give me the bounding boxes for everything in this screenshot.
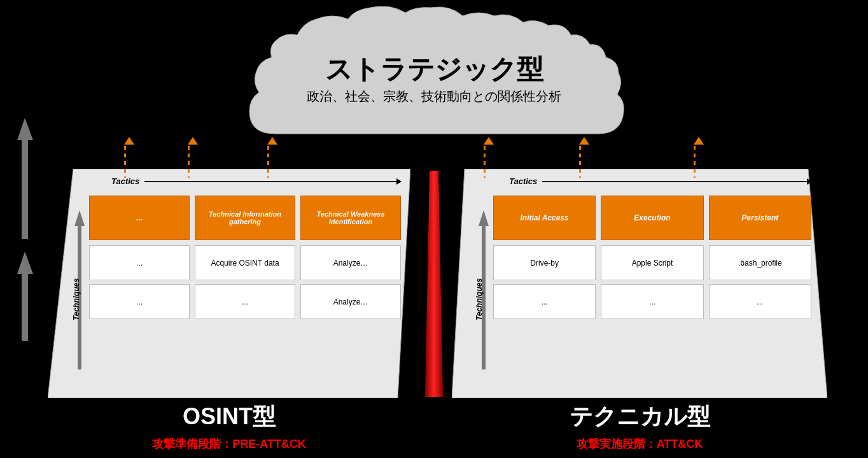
right-header-row: Initial Access Execution Persistent: [493, 196, 811, 240]
left-tactics-row: Tactics: [111, 176, 398, 186]
cloud-text: ストラテジック型 政治、社会、宗教、技術動向との関係性分析: [307, 54, 561, 105]
left-type-label: OSINT型: [48, 401, 410, 433]
right-tactics-arrowhead: [807, 178, 812, 185]
right-type-label: テクニカル型: [452, 401, 827, 433]
right-panel-title: テクニカル型: [452, 401, 827, 433]
left-grid: ... Technical Information gathering Tech…: [89, 196, 401, 389]
cloud-subtitle: 政治、社会、宗教、技術動向との関係性分析: [307, 89, 561, 106]
left-header-row: ... Technical Information gathering Tech…: [89, 196, 401, 240]
left-data-row-0: ... Acquire OSINT data Analyze…: [89, 245, 401, 280]
left-header-0: ...: [89, 196, 190, 240]
right-header-0: Initial Access: [493, 196, 596, 240]
right-data-row-0: Drive-by Apple Script .bash_profile: [493, 245, 811, 280]
svg-marker-1: [17, 252, 33, 341]
right-tactics-arrow: [542, 181, 808, 182]
right-cell-0-2: .bash_profile: [709, 245, 811, 280]
right-data-row-1: ... ... ...: [493, 284, 811, 319]
left-panel-subtitle: 攻撃準備段階：PRE-ATT&CK: [48, 436, 410, 452]
dashed-arrow-2: [188, 137, 198, 178]
left-tactics-arrow: [144, 181, 398, 182]
right-cell-1-1: ...: [601, 284, 703, 319]
right-tactics-label: Tactics: [509, 176, 537, 186]
right-grid: Initial Access Execution Persistent Driv…: [493, 196, 811, 389]
right-tactics-row: Tactics: [509, 176, 808, 186]
left-tactics-arrowhead: [396, 178, 402, 185]
left-cell-0-1: Acquire OSINT data: [195, 245, 295, 280]
right-cell-0-1: Apple Script: [601, 245, 703, 280]
dashed-arrow-6: [694, 137, 704, 178]
cloud-title: ストラテジック型: [307, 54, 561, 85]
left-data-row-1: ... ... Analyze…: [89, 284, 401, 319]
red-divider: [425, 171, 443, 397]
right-cell-1-2: ...: [709, 284, 811, 319]
left-subtitle: 攻撃準備段階：PRE-ATT&CK: [48, 436, 410, 452]
left-panel: Tactics Techniques ... Technical Informa…: [48, 169, 410, 398]
left-techniques-label: Techniques: [72, 278, 81, 320]
svg-marker-0: [17, 118, 33, 239]
left-cell-0-2: Analyze…: [300, 245, 401, 280]
right-header-2: Persistent: [709, 196, 811, 240]
cloud-container: ストラテジック型 政治、社会、宗教、技術動向との関係性分析: [211, 6, 657, 153]
main-container: ストラテジック型 政治、社会、宗教、技術動向との関係性分析: [0, 0, 868, 458]
dashed-arrow-1: [124, 137, 134, 178]
left-cell-1-0: ...: [89, 284, 190, 319]
right-panel-subtitle: 攻撃実施段階：ATT&CK: [452, 436, 827, 452]
right-techniques-label: Techniques: [475, 278, 484, 320]
right-header-1: Execution: [601, 196, 703, 240]
left-cell-1-1: ...: [195, 284, 295, 319]
big-arrow-left-bottom: [14, 248, 36, 344]
big-arrow-left-top: [14, 115, 36, 242]
left-header-2: Technical Weakness Identification: [300, 196, 401, 240]
left-tactics-label: Tactics: [111, 176, 139, 186]
right-cell-0-0: Drive-by: [493, 245, 596, 280]
right-panel: Tactics Techniques Initial Access Execut…: [452, 169, 827, 398]
left-panel-title: OSINT型: [48, 401, 410, 433]
left-cell-0-0: ...: [89, 245, 190, 280]
left-cell-1-2: Analyze…: [300, 284, 401, 319]
left-header-1: Technical Information gathering: [195, 196, 295, 240]
right-subtitle: 攻撃実施段階：ATT&CK: [452, 436, 827, 452]
right-cell-1-0: ...: [493, 284, 596, 319]
